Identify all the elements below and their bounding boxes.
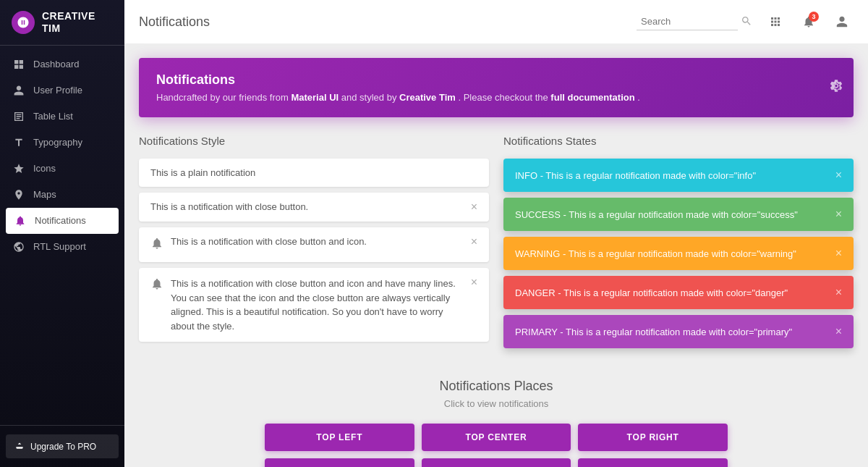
desc-end: . bbox=[637, 92, 640, 103]
sidebar-item-icons[interactable]: Icons bbox=[0, 156, 124, 182]
close-button[interactable]: × bbox=[465, 277, 477, 288]
notification-success-text: SUCCESS - This is a regular notification… bbox=[515, 209, 798, 220]
sidebar-item-maps-label: Maps bbox=[33, 189, 56, 200]
topbar-title: Notifications bbox=[139, 14, 637, 30]
bottom-left-button[interactable]: BOTTOM LEFT bbox=[265, 458, 414, 467]
close-button[interactable]: × bbox=[835, 208, 842, 221]
notification-bell-icon bbox=[150, 237, 163, 253]
notification-warning-text: WARNING - This is a regular notification… bbox=[515, 248, 796, 259]
notifications-icon[interactable]: 3 bbox=[797, 10, 820, 33]
notification-with-icon: This is a notification with close button… bbox=[139, 227, 489, 262]
sidebar-item-user-profile-label: User Profile bbox=[33, 85, 82, 96]
table-icon bbox=[12, 111, 26, 122]
sidebar-item-maps[interactable]: Maps bbox=[0, 182, 124, 208]
sidebar-item-table-list[interactable]: Table List bbox=[0, 104, 124, 130]
close-button[interactable]: × bbox=[835, 169, 842, 182]
search-input[interactable] bbox=[637, 13, 738, 30]
top-right-button[interactable]: TOP RIGHT bbox=[578, 424, 728, 451]
notification-plain-text: This is a plain notification bbox=[150, 167, 255, 178]
typography-icon bbox=[12, 137, 26, 148]
upload-icon bbox=[14, 440, 25, 453]
top-center-button[interactable]: TOP CENTER bbox=[422, 424, 571, 451]
full-docs-link[interactable]: full documentation bbox=[550, 92, 634, 103]
notification-info-text: INFO - This is a regular notification ma… bbox=[515, 170, 756, 181]
notifications-style-title: Notifications Style bbox=[139, 135, 489, 147]
close-button[interactable]: × bbox=[835, 325, 842, 338]
notification-primary: PRIMARY - This is a regular notification… bbox=[503, 315, 854, 348]
settings-icon[interactable] bbox=[829, 79, 843, 97]
desc-prefix: Handcrafted by our friends from bbox=[156, 92, 291, 103]
bottom-center-button[interactable]: BOTTOM CENTER bbox=[422, 458, 571, 467]
notifications-places-title: Notifications Places bbox=[139, 379, 854, 394]
sidebar-item-icons-label: Icons bbox=[33, 163, 56, 174]
bell-icon bbox=[13, 215, 27, 227]
desc-mid: and styled by bbox=[341, 92, 399, 103]
header-card: Notifications Handcrafted by our friends… bbox=[139, 58, 854, 117]
main-area: Notifications 3 Notifications H bbox=[124, 0, 868, 467]
close-button[interactable]: × bbox=[465, 201, 477, 213]
material-ui-link[interactable]: Material UI bbox=[291, 92, 339, 103]
notification-multiline: This is a notification with close button… bbox=[139, 268, 489, 342]
star-icon bbox=[12, 163, 26, 174]
places-button-grid: TOP LEFT TOP CENTER TOP RIGHT BOTTOM LEF… bbox=[265, 424, 728, 467]
sidebar-item-dashboard[interactable]: Dashboard bbox=[0, 51, 124, 77]
grid-icon bbox=[12, 59, 26, 70]
topbar-icons: 3 bbox=[764, 10, 854, 33]
close-button[interactable]: × bbox=[835, 247, 842, 260]
content-area: Notifications Handcrafted by our friends… bbox=[124, 43, 868, 467]
notification-multiline-text: This is a notification with close button… bbox=[171, 277, 465, 333]
person-icon bbox=[12, 85, 26, 96]
notifications-states-title: Notifications States bbox=[503, 135, 854, 147]
notification-success: SUCCESS - This is a regular notification… bbox=[503, 198, 854, 231]
sidebar-item-rtl-label: RTL Support bbox=[33, 241, 86, 252]
sidebar-item-typography[interactable]: Typography bbox=[0, 130, 124, 156]
notification-with-close-text: This is a notification with close button… bbox=[150, 201, 308, 212]
col-notifications-style: Notifications Style This is a plain noti… bbox=[139, 135, 489, 354]
notification-plain: This is a plain notification bbox=[139, 159, 489, 187]
sidebar-item-notifications[interactable]: Notifications bbox=[6, 208, 119, 234]
notification-warning: WARNING - This is a regular notification… bbox=[503, 237, 854, 270]
search-icon[interactable] bbox=[741, 15, 752, 29]
notification-info: INFO - This is a regular notification ma… bbox=[503, 159, 854, 192]
creative-tim-link[interactable]: Creative Tim bbox=[399, 92, 456, 103]
apps-icon[interactable] bbox=[764, 10, 787, 33]
person-icon[interactable] bbox=[830, 10, 854, 33]
notifications-places: Notifications Places Click to view notif… bbox=[139, 371, 854, 467]
header-card-description: Handcrafted by our friends from Material… bbox=[156, 92, 836, 103]
sidebar-item-user-profile[interactable]: User Profile bbox=[0, 77, 124, 104]
notifications-badge: 3 bbox=[809, 12, 819, 22]
notifications-places-subtitle: Click to view notifications bbox=[139, 398, 854, 409]
bottom-right-button[interactable]: BOTTOM RIGHT bbox=[578, 458, 728, 467]
sidebar-nav: Dashboard User Profile Table List bbox=[0, 46, 124, 425]
col-notifications-states: Notifications States INFO - This is a re… bbox=[503, 135, 854, 354]
notification-with-close: This is a notification with close button… bbox=[139, 193, 489, 222]
notification-danger-text: DANGER - This is a regular notification … bbox=[515, 287, 788, 298]
sidebar-brand-title: CREATIVE TIM bbox=[42, 10, 95, 35]
topbar: Notifications 3 bbox=[124, 0, 868, 43]
two-col-layout: Notifications Style This is a plain noti… bbox=[139, 135, 854, 354]
close-button[interactable]: × bbox=[835, 286, 842, 299]
upgrade-button[interactable]: Upgrade To PRO bbox=[6, 434, 119, 458]
sidebar-item-typography-label: Typography bbox=[33, 137, 82, 148]
notification-with-icon-text: This is a notification with close button… bbox=[171, 236, 367, 247]
sidebar-header: CREATIVE TIM bbox=[0, 0, 124, 46]
notification-bell-icon-2 bbox=[150, 277, 163, 294]
notification-primary-text: PRIMARY - This is a regular notification… bbox=[515, 327, 792, 337]
sidebar-item-dashboard-label: Dashboard bbox=[33, 59, 80, 70]
globe-icon bbox=[12, 241, 26, 253]
sidebar-logo bbox=[12, 11, 35, 34]
desc-suffix: . Please checkout the bbox=[458, 92, 550, 103]
sidebar-item-notifications-label: Notifications bbox=[35, 215, 86, 226]
header-card-title: Notifications bbox=[156, 72, 836, 88]
sidebar-footer: Upgrade To PRO bbox=[0, 425, 124, 467]
sidebar: CREATIVE TIM Dashboard User Profile bbox=[0, 0, 124, 467]
sidebar-item-rtl-support[interactable]: RTL Support bbox=[0, 234, 124, 260]
upgrade-label: Upgrade To PRO bbox=[30, 442, 96, 452]
notification-danger: DANGER - This is a regular notification … bbox=[503, 276, 854, 309]
map-pin-icon bbox=[12, 189, 26, 201]
top-left-button[interactable]: TOP LEFT bbox=[265, 424, 414, 451]
close-button[interactable]: × bbox=[465, 236, 477, 248]
sidebar-item-table-list-label: Table List bbox=[33, 111, 73, 122]
topbar-search bbox=[637, 13, 752, 30]
